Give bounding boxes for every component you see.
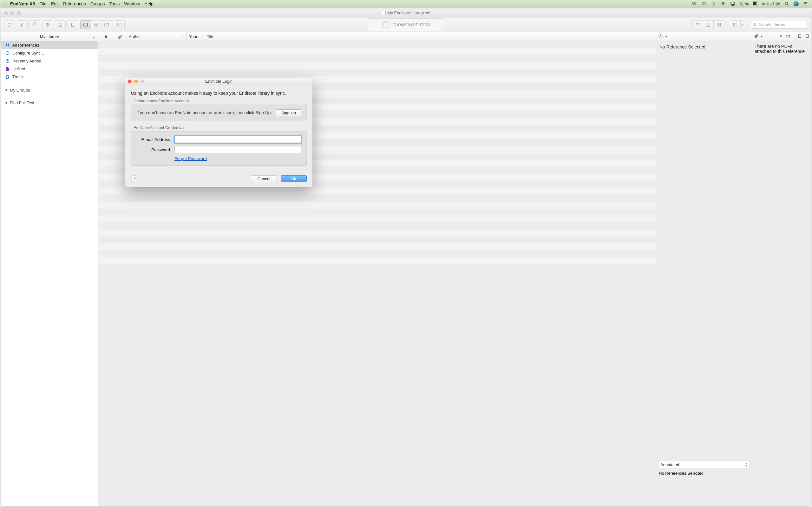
next-pdf-icon[interactable]: [805, 34, 809, 39]
dialog-minimize-button[interactable]: [134, 79, 138, 83]
email-pdf-icon[interactable]: [786, 34, 790, 39]
sidebar-item-trash[interactable]: Trash: [1, 73, 98, 81]
link-label: Forgot Password: [174, 156, 207, 161]
column-year[interactable]: Year: [187, 32, 204, 41]
open-pdf-icon[interactable]: [779, 34, 783, 39]
clock-icon: [5, 59, 10, 63]
endnote-login-dialog: EndNote Login Using an EndNote account m…: [125, 78, 312, 187]
sidebar-group-find-full-text[interactable]: ▼ Find Full Text: [1, 98, 98, 107]
disclosure-triangle-icon: ▼: [5, 101, 8, 105]
apple-menu-icon[interactable]: : [4, 1, 6, 7]
book-icon: [5, 43, 10, 48]
prev-pdf-icon[interactable]: [798, 34, 802, 39]
dot-icon: [105, 36, 107, 38]
credentials-well: E-mail Address: Password: Forgot Passwor…: [131, 131, 307, 166]
sign-up-button[interactable]: Sign Up: [276, 109, 301, 116]
search-placeholder: Search Library: [758, 22, 785, 27]
bluetooth-icon[interactable]: [711, 1, 716, 7]
export-button[interactable]: [67, 20, 78, 29]
signup-well: If you don't have an EndNote account or …: [131, 105, 307, 121]
integrated-library-tab[interactable]: [101, 20, 112, 29]
style-select[interactable]: Annotated ▴▾: [658, 461, 750, 468]
settings-icon[interactable]: [658, 34, 663, 40]
help-button[interactable]: ?: [131, 175, 138, 182]
notification-center-icon[interactable]: [803, 1, 808, 7]
credentials-section-label: EndNote Account Credentials: [134, 125, 307, 130]
online-library-tab[interactable]: [91, 20, 101, 29]
sidebar-item-configure-sync[interactable]: Configure Sync...: [1, 49, 98, 57]
dropbox-icon[interactable]: [692, 1, 698, 7]
sidebar-group-label: My Groups: [10, 88, 30, 93]
window-minimize-button[interactable]: [10, 11, 14, 15]
file-icon: [5, 66, 10, 71]
sidebar-item-unfiled[interactable]: Unfiled: [1, 65, 98, 73]
window-close-button[interactable]: [4, 11, 8, 15]
sidebar-item-label: Unfiled: [12, 66, 25, 71]
word-button[interactable]: [713, 20, 724, 29]
dialog-titlebar: EndNote Login: [125, 78, 312, 85]
user-avatar-icon[interactable]: [794, 1, 799, 6]
format-button[interactable]: [703, 20, 713, 29]
paperclip-icon[interactable]: [754, 34, 758, 39]
menu-file[interactable]: File: [39, 1, 47, 6]
sidebar-header-dropdown[interactable]: My Library ⌄: [1, 32, 98, 41]
dialog-footer: ? Cancel OK: [125, 171, 312, 187]
forgot-password-link[interactable]: Forgot Password: [174, 156, 301, 161]
email-input[interactable]: [174, 136, 301, 143]
signup-text: If you don't have an EndNote account or …: [136, 110, 272, 116]
menu-edit[interactable]: Edit: [51, 1, 59, 6]
dialog-close-button[interactable]: [128, 79, 132, 83]
preview-text: No References Selected: [659, 471, 704, 475]
chevron-down-icon[interactable]: ▾: [665, 35, 667, 38]
layout-button[interactable]: [730, 20, 740, 29]
import-button[interactable]: [114, 20, 125, 29]
cancel-button[interactable]: Cancel: [251, 175, 277, 182]
battery-icon[interactable]: [753, 1, 758, 7]
sidebar-item-recently-added[interactable]: Recently Added: [1, 57, 98, 65]
share-button[interactable]: [17, 20, 28, 29]
window-titlebar: My EndNote Library.enl: [1, 9, 811, 17]
ok-button[interactable]: OK: [281, 175, 307, 182]
svg-point-25: [660, 36, 661, 37]
airplay-icon[interactable]: [730, 1, 735, 7]
search-library-input[interactable]: Search Library: [751, 21, 808, 29]
svg-point-15: [388, 27, 389, 27]
sidebar-item-all-references[interactable]: All References: [1, 41, 98, 49]
layout-dropdown[interactable]: ▾: [740, 20, 745, 29]
document-icon: [382, 11, 386, 15]
document-title: My EndNote Library.enl: [388, 10, 430, 15]
svg-rect-7: [59, 23, 61, 26]
chevron-down-icon[interactable]: ▾: [761, 35, 763, 38]
password-label: Password:: [136, 147, 171, 152]
menu-groups[interactable]: Groups: [90, 1, 105, 6]
sidebar-item-label: All References: [12, 43, 39, 48]
menu-tools[interactable]: Tools: [109, 1, 120, 6]
menubar-clock[interactable]: Mié 17:26: [762, 2, 780, 6]
app-name[interactable]: EndNote X8: [10, 1, 35, 6]
column-read-status[interactable]: [98, 32, 111, 41]
pdf-toolbar: ▾: [752, 32, 811, 41]
column-author[interactable]: Authorˆ: [126, 32, 187, 41]
sidebar-group-label: Find Full Text: [10, 101, 34, 105]
sidebar-group-my-groups[interactable]: ▼ My Groups: [1, 85, 98, 95]
local-library-tab[interactable]: [80, 20, 91, 29]
wifi-icon[interactable]: [720, 1, 726, 7]
column-attachment[interactable]: [111, 32, 126, 41]
online-search-button[interactable]: [42, 20, 53, 29]
menu-references[interactable]: References: [63, 1, 86, 6]
password-input[interactable]: [174, 146, 301, 153]
creative-cloud-icon[interactable]: [701, 1, 707, 7]
brand-text: THOMSON REUTERS: [393, 23, 431, 26]
updown-icon: ▴▾: [746, 462, 748, 467]
svg-rect-27: [798, 35, 801, 38]
spotlight-icon[interactable]: [784, 1, 790, 7]
help-tool-button[interactable]: [30, 20, 40, 29]
menu-window[interactable]: Window: [124, 1, 140, 6]
menu-help[interactable]: Help: [144, 1, 154, 6]
insert-citation-button[interactable]: [693, 20, 703, 29]
new-ref-button[interactable]: [55, 20, 66, 29]
sync-button[interactable]: [4, 20, 15, 29]
window-zoom-button[interactable]: [17, 11, 20, 15]
column-title[interactable]: Title: [204, 32, 656, 41]
column-label: Author: [129, 34, 141, 39]
